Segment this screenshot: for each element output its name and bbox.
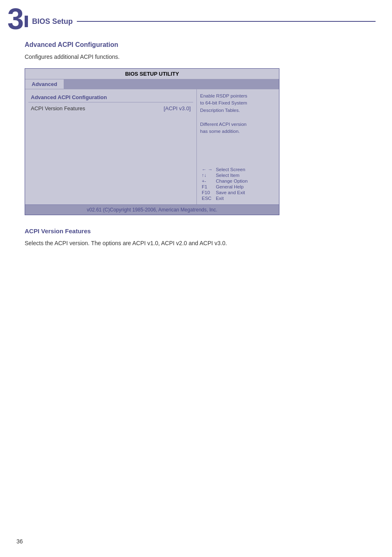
key-row-plusminus: +- Change Option	[200, 178, 249, 184]
key-esc: ESC	[200, 195, 214, 201]
bios-utility-box: BIOS SETUP UTILITY Advanced Advanced ACP…	[25, 68, 279, 215]
key-row-esc: ESC Exit	[200, 195, 249, 201]
section-description: Configures additional ACPI functions.	[25, 53, 376, 60]
page-header: BIOS Setup	[25, 16, 376, 27]
bios-right-keys: ← → Select Screen ↑↓ Select Item +- Chan…	[200, 167, 276, 201]
acpi-version-value: [ACPI v3.0]	[164, 105, 191, 111]
main-content: Advanced ACPI Configuration Configures a…	[25, 41, 376, 248]
key-row-f10: F10 Save and Exit	[200, 190, 249, 195]
bios-right-info: Enable RSDP pointersto 64-bit Fixed Syst…	[200, 93, 276, 135]
keys-table: ← → Select Screen ↑↓ Select Item +- Chan…	[200, 167, 249, 201]
page-number: 36	[16, 538, 23, 545]
key-updown: ↑↓	[200, 172, 214, 178]
key-f10-action: Save and Exit	[214, 190, 249, 195]
bios-right-panel: Enable RSDP pointersto 64-bit Fixed Syst…	[197, 89, 279, 204]
sub-section-text: Selects the ACPI version. The options ar…	[25, 239, 376, 248]
key-arrows-action: Select Screen	[214, 167, 249, 172]
key-f1-action: General Help	[214, 184, 249, 190]
header-accent	[25, 16, 28, 27]
bios-utility-body: Advanced ACPI Configuration ACPI Version…	[25, 89, 279, 204]
key-arrows: ← →	[200, 167, 214, 172]
key-f10: F10	[200, 190, 214, 195]
bios-left-panel: Advanced ACPI Configuration ACPI Version…	[25, 89, 197, 204]
header-title: BIOS Setup	[28, 17, 77, 26]
header-line	[77, 21, 376, 22]
key-updown-action: Select Item	[214, 172, 249, 178]
tab-advanced[interactable]: Advanced	[25, 79, 64, 89]
section-heading: Advanced ACPI Configuration	[25, 41, 376, 49]
key-f1: F1	[200, 184, 214, 190]
bios-footer: v02.61 (C)Copyright 1985-2006, American …	[25, 204, 279, 215]
bios-right-content: Enable RSDP pointersto 64-bit Fixed Syst…	[200, 93, 276, 201]
key-plusminus: +-	[200, 178, 214, 184]
bios-menu-header: Advanced ACPI Configuration	[28, 93, 193, 102]
bios-utility-tabs: Advanced	[25, 79, 279, 89]
acpi-version-label: ACPI Version Features	[31, 105, 85, 111]
key-plusminus-action: Change Option	[214, 178, 249, 184]
bios-utility-title: BIOS SETUP UTILITY	[25, 69, 279, 79]
key-row-updown: ↑↓ Select Item	[200, 172, 249, 178]
key-row-f1: F1 General Help	[200, 184, 249, 190]
bios-menu-row-acpi[interactable]: ACPI Version Features [ACPI v3.0]	[28, 104, 193, 113]
info-line-1: Enable RSDP pointersto 64-bit Fixed Syst…	[200, 93, 247, 134]
sub-section-heading: ACPI Version Features	[25, 227, 376, 234]
chapter-number: 3	[7, 4, 24, 34]
key-row-arrows: ← → Select Screen	[200, 167, 249, 172]
key-esc-action: Exit	[214, 195, 249, 201]
